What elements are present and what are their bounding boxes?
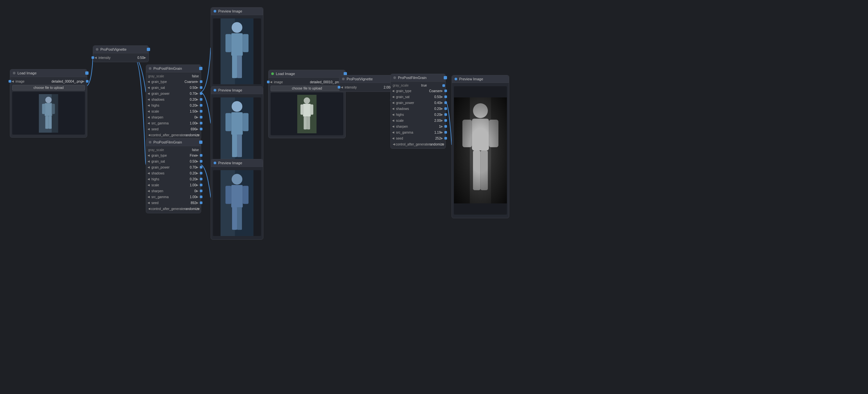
intensity-connector-left-2[interactable] <box>338 86 340 89</box>
image-field-row-1: ◀ image detailed_00004_.png ▶ <box>10 78 87 84</box>
image-arrow-right-1[interactable]: ▶ <box>82 80 86 83</box>
grain-type-connector-1[interactable] <box>200 80 203 83</box>
grain-power-row-2: ◀ grain_power 0.70 ▶ <box>146 164 201 170</box>
shadows-row-3: ◀ shadows 0.20 ▶ <box>391 105 445 112</box>
vignette-body-2: ◀ intensity 2.00 ▶ <box>339 83 395 91</box>
intensity-connector-left-1[interactable] <box>92 56 94 59</box>
preview-dot-4 <box>455 78 457 80</box>
svg-point-26 <box>232 174 243 185</box>
sharpen-row-3: ◀ sharpen 1 ▶ <box>391 123 445 129</box>
svg-rect-48 <box>454 97 507 204</box>
grain-type-value-1: Coarser <box>183 80 196 84</box>
image-filename-2: detailed_00010_.png <box>310 80 341 84</box>
seed-row-1: ◀ seed 696 ▶ <box>146 126 201 132</box>
image-arrow-left-1[interactable]: ◀ <box>11 80 15 83</box>
sharpen-row-1: ◀ sharpen 0 ▶ <box>146 114 201 120</box>
preview-dot-2 <box>214 89 216 91</box>
film-grain-output-3[interactable] <box>444 76 447 79</box>
highs-row-3: ◀ highs 0.20 ▶ <box>391 112 445 118</box>
grain-type-arrow-left-1[interactable]: ◀ <box>148 80 151 83</box>
film-grain-title-2: ProPostFilmGrain <box>153 140 182 144</box>
gray-scale-connector-3[interactable] <box>442 84 445 87</box>
load-image-title-1: Load Image <box>18 71 36 75</box>
svg-rect-2 <box>45 103 52 116</box>
intensity-row-2: ◀ intensity 2.00 ▶ <box>339 84 395 90</box>
svg-rect-31 <box>237 207 242 230</box>
image-filename-1: detailed_00004_.png <box>52 80 82 83</box>
preview-header-3: Preview Image <box>211 159 263 167</box>
preview-person-svg-4 <box>454 86 507 215</box>
choose-file-btn-1[interactable]: choose file to upload <box>12 85 85 91</box>
vignette-output-1[interactable] <box>147 48 150 51</box>
load-image-preview-2 <box>271 92 343 135</box>
svg-rect-6 <box>49 116 52 129</box>
svg-rect-22 <box>232 134 237 157</box>
preview-image-node-3: Preview Image <box>211 159 263 240</box>
grain-type-row-2: ◀ grain_type Fine ▶ <box>146 152 201 158</box>
gray-scale-value-1: false <box>192 74 199 78</box>
load-image-body-1: ◀ image detailed_00004_.png ▶ choose fil… <box>10 77 87 137</box>
gray-scale-row-1: gray_scale false <box>146 74 201 79</box>
seed-row-3: ◀ seed 252 ▶ <box>391 135 445 141</box>
svg-rect-21 <box>243 113 249 131</box>
image-connector-right-1[interactable] <box>86 80 89 83</box>
film-grain-output-1[interactable] <box>199 67 203 70</box>
intensity-arrow-right-1[interactable]: ▶ <box>144 56 147 59</box>
control-after-row-3: ◀ control_after_generate randomize ▶ <box>391 141 445 147</box>
grain-type-row-1: ◀ grain_type Coarser ▶ <box>146 79 201 85</box>
grain-type-row-3: ◀ grain_type Coarser ▶ <box>391 88 445 94</box>
seed-row-2: ◀ seed 892 ▶ <box>146 200 201 206</box>
load-image-preview-1 <box>12 92 85 134</box>
person-svg-1 <box>27 94 70 133</box>
preview-image-node-1: Preview Image <box>211 7 263 88</box>
intensity-label-2: intensity <box>344 86 377 89</box>
svg-rect-27 <box>231 185 243 208</box>
film-grain-body-3: gray_scale true ◀ grain_type Coarser ▶ ◀… <box>391 82 445 148</box>
intensity-arrow-left-2[interactable]: ◀ <box>341 86 344 89</box>
film-grain-node-1: ProPostFilmGrain gray_scale false ◀ grai… <box>146 64 201 140</box>
shadows-row-1: ◀ shadows 0.20 ▶ <box>146 96 201 102</box>
src-gamma-row-2: ◀ src_gamma 1.00 ▶ <box>146 194 201 200</box>
image-field-label-2: image <box>273 80 310 84</box>
image-connector-left-1[interactable] <box>8 80 11 83</box>
svg-rect-29 <box>243 186 249 204</box>
node-dot-2 <box>271 72 274 75</box>
load-image-node-2: Load Image ◀ image detailed_00010_.png ▶… <box>268 70 346 138</box>
scale-row-2: ◀ scale 1.00 ▶ <box>146 182 201 188</box>
vignette-dot-2 <box>342 78 345 80</box>
control-after-row-2: ◀ control_after_generate randomize ▶ <box>146 206 201 212</box>
preview-title-1: Preview Image <box>218 9 242 13</box>
load-image-title-2: Load Image <box>276 72 295 76</box>
preview-body-1 <box>211 15 263 88</box>
preview-image-box-4 <box>454 86 507 215</box>
film-grain-output-2[interactable] <box>199 141 203 144</box>
vignette-title-2: ProPostVignette <box>347 77 373 81</box>
preview-header-4: Preview Image <box>452 75 509 83</box>
choose-file-btn-2[interactable]: choose file to upload <box>271 86 343 91</box>
intensity-label-1: intensity <box>98 56 131 60</box>
preview-image-box-1 <box>213 19 261 84</box>
preview-person-svg-3 <box>213 170 261 236</box>
load-image-node-1: Load Image ◀ image detailed_00004_.png ▶… <box>10 69 87 138</box>
svg-point-10 <box>232 22 243 33</box>
image-arrow-left-2[interactable]: ◀ <box>270 80 273 84</box>
film-grain-title-3: ProPostFilmGrain <box>398 76 427 80</box>
preview-body-3 <box>211 167 263 239</box>
film-grain-node-3: ProPostFilmGrain gray_scale true ◀ grain… <box>391 74 446 149</box>
load-image-output-1[interactable] <box>85 71 89 75</box>
svg-rect-19 <box>231 112 243 135</box>
highs-row-2: ◀ highs 0.20 ▶ <box>146 176 201 182</box>
scale-row-3: ◀ scale 2.00 ▶ <box>391 118 445 123</box>
highs-row-1: ◀ highs 0.20 ▶ <box>146 102 201 108</box>
svg-point-18 <box>232 101 243 112</box>
grain-type-arrow-right-1[interactable]: ▶ <box>196 80 199 83</box>
image-connector-left-2[interactable] <box>267 81 270 83</box>
film-grain-dot-1 <box>149 67 151 70</box>
intensity-arrow-left-1[interactable]: ◀ <box>94 56 98 59</box>
film-grain-body-2: gray_scale false ◀ grain_type Fine ▶ ◀ g… <box>146 146 201 213</box>
svg-rect-15 <box>237 56 242 78</box>
preview-dot-1 <box>214 10 216 12</box>
load-image-header-1: Load Image <box>10 69 87 77</box>
node-dot-1 <box>13 72 16 74</box>
preview-dot-3 <box>214 162 216 164</box>
